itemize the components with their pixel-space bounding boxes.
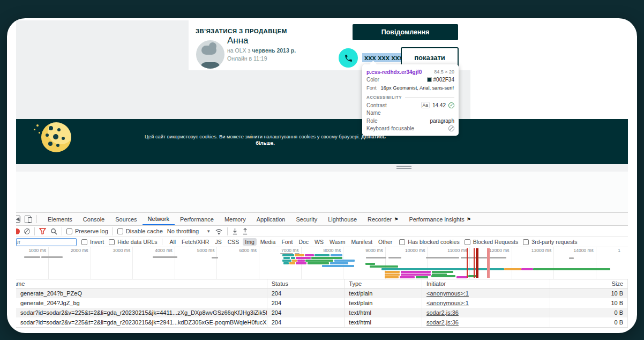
filter-type-doc[interactable]: Doc [296,238,311,246]
phone-button[interactable] [339,48,358,68]
blocked-requests-checkbox[interactable]: Blocked Requests [465,239,519,245]
column-header-initiator[interactable]: Initiator [422,279,550,288]
request-initiator: sodar2.js:36 [422,317,550,327]
waterfall-bar [296,262,306,264]
column-header-size[interactable]: Size [550,279,628,288]
request-row[interactable]: generate_204?b_PZeQ204text/plain<anonymo… [16,289,628,298]
throttling-dropdown[interactable]: No throttling▼ [167,228,211,234]
separator [34,227,35,235]
phone-icon [344,54,353,63]
timeline-gridline [553,247,554,279]
chevron-down-icon: ▼ [206,229,211,234]
invert-checkbox[interactable]: Invert [81,239,104,245]
timeline-tick-label: 5000 ms [179,248,214,253]
tab-sources[interactable]: Sources [110,213,142,225]
request-row[interactable]: sodar?id=sodar2&v=225&t=2&li=gda_r202302… [16,317,628,327]
cookie-sparkle-icon [34,129,35,130]
seller-name: Анна [227,35,249,46]
timeline-tick-label: 13000 ms [516,248,551,253]
hide-data-urls-checkbox[interactable]: Hide data URLs [109,239,157,245]
tab-elements[interactable]: Elements [42,213,78,225]
throttling-value: No throttling [167,228,199,234]
devtools-tabbar: ElementsConsoleSourcesNetworkPerformance… [16,213,628,226]
tab-recorder[interactable]: Recorder⚑ [362,213,403,225]
record-button[interactable] [16,228,20,234]
initiator-link[interactable]: <anonymous>:1 [426,290,469,297]
network-waterfall-overview[interactable]: 1000 ms2000 ms3000 ms4000 ms5000 ms6000 … [16,247,628,279]
tab-application[interactable]: Application [251,213,291,225]
filter-input[interactable]: Filter [16,238,77,246]
column-header-status[interactable]: Status [267,279,345,288]
waterfall-bar [401,274,431,276]
search-icon[interactable] [50,228,57,235]
clear-icon[interactable] [24,228,30,234]
request-row[interactable]: sodar?id=sodar2&v=225&t=2&li=gda_r202302… [16,308,628,317]
tab-label: Application [257,216,286,223]
filter-type-media[interactable]: Media [258,238,278,246]
initiator-link[interactable]: <anonymous>:1 [426,300,469,306]
tab-label: Memory [224,216,246,223]
tab-console[interactable]: Console [78,213,110,225]
tab-label: Sources [115,216,137,223]
waterfall-bar [400,276,415,278]
column-header-name[interactable]: Name [16,279,267,288]
preserve-log-checkbox[interactable]: Preserve log [66,228,108,234]
waterfall-bar [289,262,295,264]
waterfall-bar [370,265,398,268]
filter-icon[interactable] [39,228,46,234]
filter-type-js[interactable]: JS [213,238,223,246]
tab-memory[interactable]: Memory [219,213,251,225]
tab-lighthouse[interactable]: Lighthouse [323,213,362,225]
timeline-tick-label: 4000 ms [137,248,173,253]
filter-type-css[interactable]: CSS [226,238,242,246]
waterfall-bar [385,276,399,278]
font-value: 16px Geomanist, Arial, sans-serif [381,85,454,91]
column-header-type[interactable]: Type [345,279,422,288]
message-button[interactable]: Повідомлення [353,24,458,40]
timeline-tick-label: 12000 ms [474,248,510,253]
color-label: Color [366,77,379,83]
keyboard-focusable-label: Keyboard-focusable [366,125,414,131]
disable-cache-label: Disable cache [126,228,163,234]
tab-network[interactable]: Network [143,213,175,225]
seller-since-prefix: на OLX з [227,47,252,54]
initiator-link[interactable]: sodar2.js:36 [426,319,459,326]
filter-type-manifest[interactable]: Manifest [349,238,375,246]
waterfall-bar [331,254,342,256]
inspected-selector: p.css-redhdx.er34gjf0 [366,69,422,75]
tab-security[interactable]: Security [290,213,323,225]
has-blocked-cookies-checkbox[interactable]: Has blocked cookies [399,239,459,245]
filter-type-all[interactable]: All [167,238,178,246]
filter-type-font[interactable]: Font [279,238,295,246]
export-har-icon[interactable] [242,228,248,235]
waterfall-bar [292,260,297,262]
waterfall-bar [365,263,375,265]
resize-handle[interactable] [396,166,411,170]
request-row[interactable]: generate_204?JgZ_bg204text/plain<anonymo… [16,298,628,308]
devtools-panel: ElementsConsoleSourcesNetworkPerformance… [16,212,628,326]
disable-cache-checkbox[interactable]: Disable cache [117,228,163,234]
timeline-gridline [48,247,49,279]
contact-seller-title: ЗВ'ЯЗАТИСЯ З ПРОДАВЦЕМ [196,28,287,34]
request-size: 10 B [550,298,628,308]
tab-label: Elements [48,216,72,223]
tab-performance[interactable]: Performance [175,213,219,225]
inspect-element-icon[interactable] [16,216,20,223]
network-conditions-icon[interactable] [215,228,223,235]
tab-performance-insights[interactable]: Performance insights⚑ [403,213,476,225]
load-event-line [474,248,475,278]
initiator-link[interactable]: sodar2.js:36 [426,309,459,316]
cookie-sparkle-icon [36,124,39,127]
filter-type-wasm[interactable]: Wasm [327,238,347,246]
tab-label: Recorder [368,216,392,223]
filter-type-ws[interactable]: WS [312,238,326,246]
device-toolbar-icon[interactable] [25,216,32,223]
filter-type-fetch-xhr[interactable]: Fetch/XHR [179,238,211,246]
third-party-requests-checkbox[interactable]: 3rd-party requests [523,239,577,245]
request-initiator: sodar2.js:36 [422,308,550,317]
timeline-tick-label: 11000 ms [432,248,467,253]
filter-type-other[interactable]: Other [376,238,394,246]
filter-type-img[interactable]: Img [243,238,257,246]
network-filter-row: Filter Invert Hide data URLs AllFetch/XH… [16,237,628,247]
import-har-icon[interactable] [232,228,238,235]
